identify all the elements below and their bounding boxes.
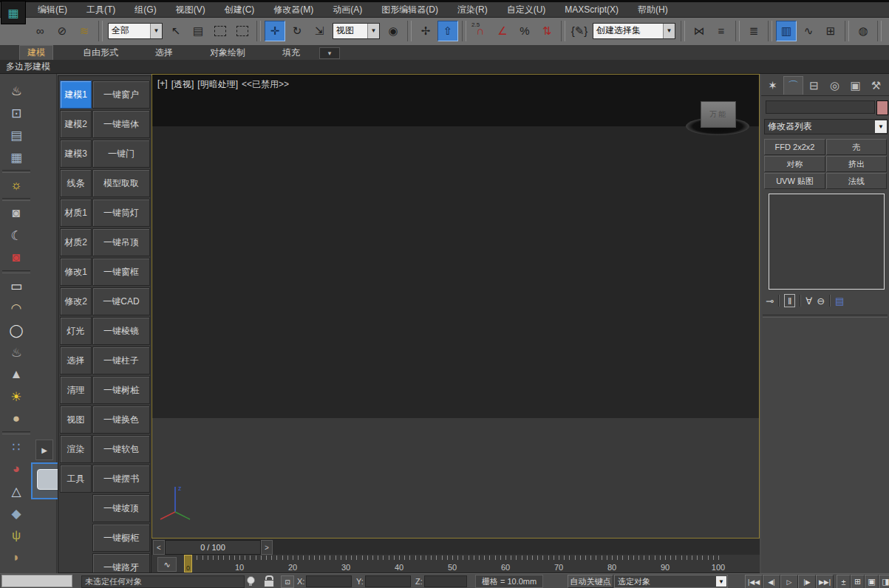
- play-button[interactable]: ▷: [780, 575, 798, 588]
- menu-item-视图(V)[interactable]: 视图(V): [166, 2, 215, 17]
- zoom-extents-button[interactable]: ▣: [865, 575, 879, 588]
- select-and-scale-icon[interactable]: ⇲: [309, 21, 330, 41]
- select-and-rotate-icon[interactable]: ↻: [287, 21, 307, 41]
- viewport-shading-menu[interactable]: [明暗处理]: [197, 78, 238, 91]
- pin-stack-icon[interactable]: ⊸: [766, 295, 774, 307]
- show-end-result-icon[interactable]: ‖: [784, 294, 795, 307]
- selection-lock-icon[interactable]: [264, 580, 274, 587]
- ribbon-tab-填充[interactable]: 填充: [275, 45, 307, 60]
- plugin-tab-材质1[interactable]: 材质1: [60, 199, 92, 227]
- menu-item-图形编辑器(D)[interactable]: 图形编辑器(D): [372, 2, 448, 17]
- menu-item-自定义(U)[interactable]: 自定义(U): [497, 2, 556, 17]
- modifier-preset-UVW 贴图[interactable]: UVW 贴图: [764, 173, 825, 189]
- menu-item-修改器(M)[interactable]: 修改器(M): [264, 2, 323, 17]
- plugin-action-一键墙体[interactable]: 一键墙体: [92, 110, 150, 138]
- menu-item-MAXScript(X)[interactable]: MAXScript(X): [555, 2, 628, 17]
- menu-item-动画(A)[interactable]: 动画(A): [323, 2, 372, 17]
- plugin-tab-修改2[interactable]: 修改2: [60, 287, 92, 315]
- plugin-tab-材质2[interactable]: 材质2: [60, 228, 92, 256]
- next-frame-button[interactable]: |▶: [798, 575, 816, 588]
- wireframe-teapot-icon[interactable]: ♨: [4, 341, 29, 363]
- plugin-action-一键吊顶[interactable]: 一键吊顶: [92, 228, 150, 256]
- flyout-arrow-button[interactable]: ▶: [35, 440, 53, 460]
- plugin-action-一键软包[interactable]: 一键软包: [92, 435, 150, 463]
- menu-item-工具(T)[interactable]: 工具(T): [77, 2, 125, 17]
- modifier-preset-FFD 2x2x2[interactable]: FFD 2x2x2: [764, 139, 825, 155]
- ribbon-toggle-icon[interactable]: ▥: [776, 21, 797, 41]
- dome-object-icon[interactable]: ◠: [4, 297, 29, 319]
- render-setup-icon[interactable]: ♨: [885, 21, 889, 41]
- material-editor-icon[interactable]: ◍: [853, 21, 873, 41]
- plugin-tab-清理[interactable]: 清理: [60, 376, 92, 404]
- object-name-field[interactable]: [766, 100, 875, 114]
- remove-modifier-icon[interactable]: ⊖: [817, 295, 825, 307]
- plugin-action-一键柱子[interactable]: 一键柱子: [92, 346, 150, 375]
- plugin-action-一键坡顶[interactable]: 一键坡顶: [92, 494, 150, 522]
- zoom-all-button[interactable]: ⊞: [851, 575, 865, 588]
- ribbon-tab-建模[interactable]: 建模: [19, 45, 53, 61]
- ribbon-overflow-button[interactable]: ▾: [319, 47, 340, 59]
- object-color-swatch[interactable]: [876, 100, 888, 115]
- plugin-action-一键CAD[interactable]: 一键CAD: [92, 287, 150, 315]
- time-slider-next-button[interactable]: >: [261, 540, 273, 555]
- rectangular-selection-region-icon[interactable]: [210, 21, 231, 41]
- align-icon[interactable]: ≡: [711, 21, 732, 41]
- modifier-preset-壳[interactable]: 壳: [826, 139, 887, 155]
- viewport-pov-menu[interactable]: [透视]: [171, 78, 194, 91]
- percent-snap-icon[interactable]: %: [514, 21, 535, 41]
- select-and-link-icon[interactable]: ∞: [30, 21, 50, 41]
- scene-cube-object[interactable]: 万能: [701, 101, 736, 128]
- x-coordinate-field[interactable]: [306, 575, 352, 587]
- modifier-preset-对称[interactable]: 对称: [764, 156, 825, 172]
- unlink-selection-icon[interactable]: ⊘: [52, 21, 72, 41]
- ribbon-tab-对象绘制[interactable]: 对象绘制: [202, 45, 253, 60]
- cone-object-icon[interactable]: ▲: [4, 363, 29, 386]
- tab-modify[interactable]: ⌒: [783, 76, 803, 95]
- window-crossing-icon[interactable]: [232, 21, 253, 41]
- plugin-action-一键换色[interactable]: 一键换色: [92, 406, 150, 434]
- render-teapot-icon[interactable]: ♨: [4, 80, 29, 102]
- zoom-extents-all-button[interactable]: ◨: [879, 575, 889, 588]
- tab-display[interactable]: ▣: [845, 76, 865, 95]
- isolate-selection-icon[interactable]: [247, 576, 255, 584]
- rendered-frame-window-icon[interactable]: ⊡: [4, 102, 29, 124]
- ribbon-tab-自由形式[interactable]: 自由形式: [75, 45, 126, 60]
- make-unique-icon[interactable]: ∀: [805, 295, 812, 307]
- menu-item-编辑(E)[interactable]: 编辑(E): [28, 2, 77, 17]
- reference-coordinate-dropdown[interactable]: 视图▼: [333, 23, 380, 39]
- sun-light-icon[interactable]: ☀: [4, 386, 29, 408]
- plugin-tab-线条[interactable]: 线条: [60, 169, 92, 197]
- scatter-cubes-icon[interactable]: ∷: [4, 436, 29, 458]
- go-to-start-button[interactable]: |◀◀: [745, 575, 763, 588]
- viewport-general-menu[interactable]: [+]: [157, 78, 168, 91]
- plugin-tab-修改1[interactable]: 修改1: [60, 258, 92, 286]
- bind-to-space-warp-icon[interactable]: ≋: [74, 21, 95, 41]
- plugin-tab-选择[interactable]: 选择: [60, 346, 92, 375]
- modifier-preset-法线[interactable]: 法线: [826, 173, 887, 189]
- absolute-mode-toggle[interactable]: ⊡: [281, 575, 294, 588]
- plugin-action-一键窗框[interactable]: 一键窗框: [92, 258, 150, 286]
- tab-utilities[interactable]: ⚒: [866, 76, 886, 95]
- plugin-action-一键筒灯[interactable]: 一键筒灯: [92, 199, 150, 227]
- modifier-list-dropdown[interactable]: 修改器列表 ▼: [764, 119, 888, 134]
- plane-object-icon[interactable]: ▭: [4, 275, 29, 297]
- menu-item-渲染(R)[interactable]: 渲染(R): [448, 2, 497, 17]
- plugin-tab-灯光[interactable]: 灯光: [60, 317, 92, 345]
- render-presets-dialog-icon[interactable]: ▦: [4, 146, 29, 168]
- plugin-tab-工具[interactable]: 工具: [60, 465, 92, 493]
- maxscript-mini-listener[interactable]: [1, 575, 72, 587]
- material-spheres-icon[interactable]: ◕: [4, 458, 29, 480]
- leaf-object-icon[interactable]: ◗: [4, 547, 29, 569]
- menu-item-组(G)[interactable]: 组(G): [125, 2, 166, 17]
- edit-named-selection-sets-icon[interactable]: {✎}: [569, 21, 590, 41]
- curve-editor-icon[interactable]: ∿: [798, 21, 819, 41]
- plugin-tab-视图[interactable]: 视图: [60, 406, 92, 434]
- configure-modifier-sets-icon[interactable]: ▤: [835, 295, 844, 307]
- plugin-action-一键棱镜[interactable]: 一键棱镜: [92, 317, 150, 345]
- key-filter-dropdown[interactable]: 选定对象 ▼: [614, 575, 728, 588]
- time-slider-track[interactable]: 0 / 100: [165, 540, 261, 555]
- plugin-tab-建模2[interactable]: 建模2: [60, 110, 92, 138]
- menu-item-创建(C)[interactable]: 创建(C): [215, 2, 265, 17]
- modifier-stack-list[interactable]: [769, 194, 885, 290]
- go-to-end-button[interactable]: ▶▶|: [816, 575, 834, 588]
